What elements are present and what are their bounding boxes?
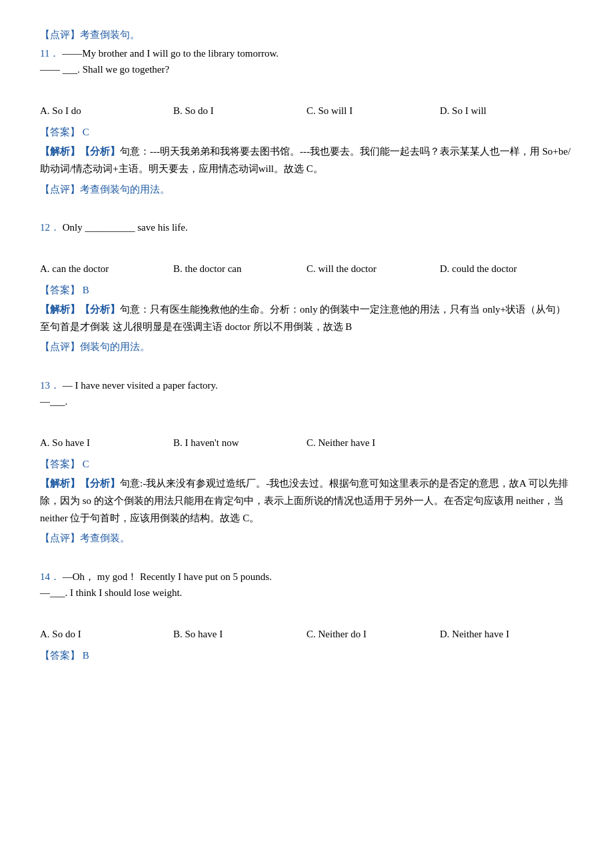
question-11-dianping: 【点评】考查倒装句的用法。 — [40, 181, 573, 198]
question-13-answer: 【答案】 C — [40, 456, 573, 472]
question-11-line-1: —— ___. Shall we go together? — [40, 64, 169, 75]
question-12-option-1: B. the doctor can — [173, 261, 306, 277]
question-12-analysis: 【解析】【分析】句意：只有医生能挽救他的生命。分析：only 的倒装中一定注意他… — [40, 301, 573, 336]
question-14-option-2: C. Neither do I — [306, 626, 440, 642]
question-11-text: 11． ——My brother and I will go to the li… — [40, 45, 573, 77]
question-11-option-1: B. So do I — [173, 103, 306, 119]
question-14-answer-prefix: 【答案】 — [40, 650, 80, 661]
question-13-options: A. So have IB. I haven't nowC. Neither h… — [40, 435, 573, 451]
question-11-option-0: A. So I do — [40, 103, 173, 119]
question-12-answer-value: B — [80, 285, 89, 295]
question-14: 14． —Oh， my god！ Recently I have put on … — [40, 569, 573, 663]
question-13-option-1: B. I haven't now — [173, 435, 306, 451]
intro-section: 【点评】考查倒装句。 — [40, 27, 573, 43]
question-14-line-0: —Oh， my god！ Recently I have put on 5 po… — [63, 571, 272, 582]
question-13-answer-value: C — [80, 459, 89, 469]
question-13: 13． — I have never visited a paper facto… — [40, 377, 573, 547]
question-14-option-3: D. Neither have I — [440, 626, 573, 642]
question-11-option-2: C. So will I — [306, 103, 440, 119]
question-11-answer-prefix: 【答案】 — [40, 127, 80, 137]
question-12-number: 12． — [40, 222, 63, 233]
question-14-answer: 【答案】 B — [40, 647, 573, 663]
question-13-option-0: A. So have I — [40, 435, 173, 451]
question-12-text: 12． Only __________ save his life. — [40, 219, 573, 235]
question-13-analysis: 【解析】【分析】句意:-我从来没有参观过造纸厂。-我也没去过。根据句意可知这里表… — [40, 475, 573, 527]
question-14-options: A. So do IB. So have IC. Neither do ID. … — [40, 626, 573, 642]
question-14-answer-value: B — [80, 650, 89, 661]
question-12-answer: 【答案】 B — [40, 282, 573, 298]
question-12-option-2: C. will the doctor — [306, 261, 440, 277]
question-13-answer-prefix: 【答案】 — [40, 459, 80, 469]
question-13-line-1: —___. — [40, 396, 67, 407]
question-11: 11． ——My brother and I will go to the li… — [40, 45, 573, 198]
question-12-options: A. can the doctorB. the doctor canC. wil… — [40, 261, 573, 277]
question-11-line-0: ——My brother and I will go to the librar… — [62, 48, 279, 59]
question-11-options: A. So I doB. So do IC. So will ID. So I … — [40, 103, 573, 119]
question-11-number: 11． — [40, 48, 62, 59]
question-12-dianping: 【点评】倒装句的用法。 — [40, 338, 573, 355]
question-11-option-3: D. So I will — [440, 103, 573, 119]
question-11-analysis-label: 【解析】 — [40, 146, 80, 157]
question-14-option-1: B. So have I — [173, 626, 306, 642]
question-12: 12． Only __________ save his life.A. can… — [40, 219, 573, 356]
intro-dianping: 【点评】考查倒装句。 — [40, 27, 573, 43]
question-12-answer-prefix: 【答案】 — [40, 285, 80, 295]
question-12-line-0: Only __________ save his life. — [63, 222, 188, 233]
question-11-answer-value: C — [80, 127, 89, 137]
question-12-option-3: D. could the doctor — [440, 261, 573, 277]
question-13-line-0: — I have never visited a paper factory. — [63, 380, 218, 391]
question-14-line-1: —___. I think I should lose weight. — [40, 587, 182, 598]
question-14-option-0: A. So do I — [40, 626, 173, 642]
question-11-analysis-text: 句意：---明天我弟弟和我将要去图书馆。---我也要去。我们能一起去吗？表示某某… — [40, 146, 570, 174]
question-12-option-0: A. can the doctor — [40, 261, 173, 277]
question-14-number: 14． — [40, 571, 63, 582]
question-13-number: 13． — [40, 380, 63, 391]
question-13-dianping: 【点评】考查倒装。 — [40, 529, 573, 547]
question-12-analysis-label: 【解析】 — [40, 304, 80, 315]
question-12-analysis-inner: 【分析】 — [80, 304, 120, 315]
question-13-text: 13． — I have never visited a paper facto… — [40, 377, 573, 409]
question-11-analysis: 【解析】【分析】句意：---明天我弟弟和我将要去图书馆。---我也要去。我们能一… — [40, 143, 573, 178]
question-13-option-2: C. Neither have I — [306, 435, 440, 451]
question-11-answer: 【答案】 C — [40, 124, 573, 140]
question-11-analysis-inner: 【分析】 — [80, 146, 120, 157]
question-13-analysis-inner: 【分析】 — [80, 478, 120, 489]
question-14-text: 14． —Oh， my god！ Recently I have put on … — [40, 569, 573, 601]
question-13-analysis-label: 【解析】 — [40, 478, 80, 489]
